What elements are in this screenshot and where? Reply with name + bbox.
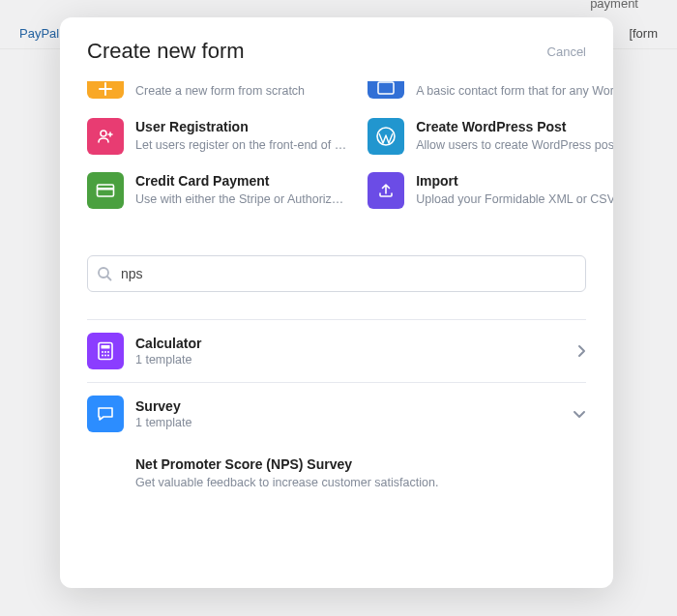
modal-header: Create new form Cancel	[60, 17, 613, 81]
mail-icon	[368, 81, 404, 99]
search-icon	[97, 266, 112, 281]
category-sub: 1 template	[135, 416, 191, 429]
modal-body: Blank Form Create a new form from scratc…	[60, 81, 613, 588]
category-calculator[interactable]: Calculator 1 template	[87, 319, 586, 382]
tile-desc: Upload your Formidable XML or CSV …	[416, 191, 613, 209]
svg-point-13	[107, 354, 109, 356]
tile-blank-form[interactable]: Blank Form Create a new form from scratc…	[87, 81, 346, 101]
template-nps-survey[interactable]: Net Promoter Score (NPS) Survey Get valu…	[87, 445, 586, 495]
template-desc: Get valuable feedback to increase custom…	[135, 476, 586, 489]
calculator-icon	[87, 333, 124, 369]
category-title: Calculator	[135, 336, 201, 351]
tile-desc: Use with either the Stripe or Authoriz…	[135, 191, 343, 209]
tile-desc: Let users register on the front-end of …	[135, 137, 346, 155]
wordpress-icon	[368, 118, 404, 155]
tile-user-registration[interactable]: User Registration Let users register on …	[87, 118, 346, 155]
svg-point-1	[101, 131, 106, 136]
search-wrap	[87, 255, 586, 292]
svg-point-8	[102, 351, 103, 353]
svg-point-9	[104, 351, 106, 353]
user-plus-icon	[87, 118, 124, 155]
svg-rect-7	[102, 345, 110, 349]
tile-create-wordpress-post[interactable]: Create WordPress Post Allow users to cre…	[368, 118, 613, 155]
tile-credit-card-payment[interactable]: Credit Card Payment Use with either the …	[87, 172, 346, 209]
svg-point-12	[104, 354, 106, 356]
chevron-down-icon	[573, 409, 586, 419]
tile-title: Import	[416, 172, 613, 190]
category-survey[interactable]: Survey 1 template	[87, 382, 586, 445]
bg-prev-text: payment	[590, 0, 638, 11]
svg-point-11	[102, 354, 103, 356]
tile-desc: Allow users to create WordPress post…	[416, 137, 613, 155]
bg-shortcode: [form	[629, 26, 658, 41]
search-input[interactable]	[87, 255, 586, 292]
svg-point-10	[107, 351, 109, 353]
upload-icon	[368, 172, 404, 209]
cancel-button[interactable]: Cancel	[547, 44, 586, 59]
chevron-right-icon	[576, 344, 586, 358]
category-sub: 1 template	[135, 353, 201, 367]
template-title: Net Promoter Score (NPS) Survey	[135, 456, 586, 472]
plus-icon	[87, 81, 124, 99]
tile-contact-us[interactable]: Contact Us A basic contact form that for…	[368, 81, 613, 101]
tile-title: User Registration	[135, 118, 346, 135]
tile-title: Credit Card Payment	[135, 172, 343, 190]
chat-icon	[87, 396, 124, 432]
tile-desc: Create a new form from scratch	[135, 83, 305, 101]
svg-rect-4	[98, 188, 114, 191]
modal-title: Create new form	[87, 39, 245, 64]
svg-rect-3	[98, 185, 114, 196]
tile-title: Create WordPress Post	[416, 118, 613, 135]
tile-desc: A basic contact form that for any Wor…	[416, 83, 613, 101]
credit-card-icon	[87, 172, 124, 209]
template-tile-grid: Blank Form Create a new form from scratc…	[87, 81, 586, 209]
category-list: Calculator 1 template Survey 1 template	[87, 319, 586, 495]
category-title: Survey	[135, 398, 191, 414]
tile-import[interactable]: Import Upload your Formidable XML or CSV…	[368, 172, 613, 209]
svg-rect-0	[378, 82, 394, 94]
create-form-modal: Create new form Cancel Blank Form Create…	[60, 17, 613, 588]
